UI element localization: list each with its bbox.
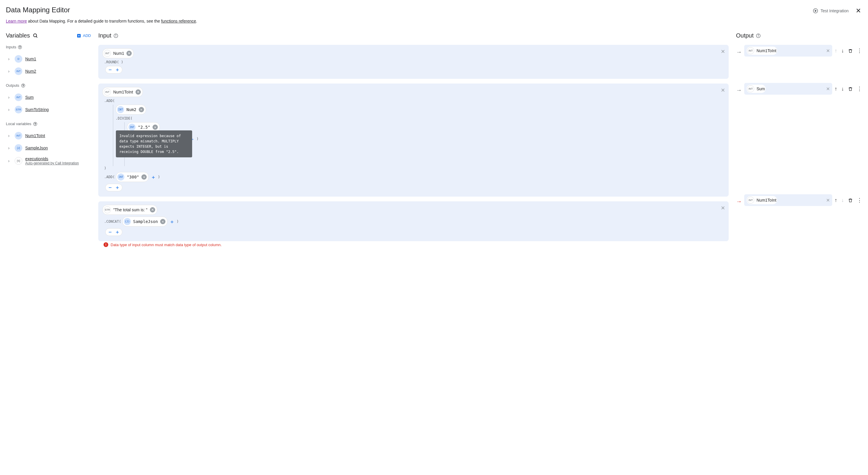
add-variable-button[interactable]: ADD: [76, 33, 91, 38]
output-row: → INT Num1ToInt ✕ ↑ ↓ ⋮: [736, 194, 862, 206]
help-icon[interactable]: ?: [33, 122, 37, 126]
plus-button[interactable]: +: [150, 174, 157, 180]
function-round[interactable]: .ROUND( ): [104, 60, 724, 64]
add-remove-control: − +: [105, 228, 122, 236]
chevron-right-icon: ›: [6, 146, 12, 150]
search-icon[interactable]: [33, 33, 38, 38]
help-icon[interactable]: ?: [18, 45, 22, 49]
close-icon[interactable]: ✕: [721, 205, 725, 211]
input-card: ✕ INT Num1ToInt ✕ .ADD( INT Num2: [98, 83, 728, 197]
plus-box-icon: [76, 33, 81, 38]
type-badge: {J}: [15, 144, 22, 152]
variable-item-num1[interactable]: › D Num1: [6, 53, 91, 65]
literal-pill[interactable]: STR "The total sum is: " ✕: [102, 205, 157, 215]
chevron-right-icon: ›: [6, 95, 12, 100]
plus-button[interactable]: +: [116, 230, 119, 235]
output-pill[interactable]: INT Num1ToInt ✕: [744, 194, 832, 206]
more-icon[interactable]: ⋮: [857, 47, 862, 54]
variable-item-num1toint[interactable]: › INT Num1ToInt: [6, 130, 91, 142]
arrow-right-icon: →: [736, 87, 742, 94]
subtitle: Learn more about Data Mapping. For a det…: [6, 19, 862, 24]
pill-text: Num1ToInt: [756, 198, 776, 202]
type-badge: INT: [15, 94, 22, 101]
type-badge: [S]: [15, 157, 22, 165]
remove-icon[interactable]: ✕: [135, 89, 141, 95]
variable-pill[interactable]: {J} SampleJson ✕: [122, 216, 167, 227]
type-badge: INT: [104, 89, 111, 96]
minus-button[interactable]: −: [108, 185, 112, 190]
variable-pill[interactable]: INT Num1ToInt ✕: [102, 87, 143, 97]
error-icon: !: [103, 242, 108, 247]
move-down-icon[interactable]: ↓: [841, 86, 844, 92]
remove-icon[interactable]: ✕: [126, 51, 132, 56]
variable-pill[interactable]: INT Num2 ✕: [116, 105, 146, 114]
type-badge: INT: [15, 132, 22, 139]
pill-text: Num1ToInt: [113, 90, 133, 94]
remove-icon[interactable]: ✕: [150, 207, 155, 212]
close-icon[interactable]: ✕: [721, 48, 725, 55]
variable-name: Num2: [25, 69, 36, 73]
variable-item-num2[interactable]: › INT Num2: [6, 65, 91, 77]
literal-pill[interactable]: INT "300" ✕: [116, 172, 149, 182]
pill-text: Num1: [113, 51, 124, 56]
error-tooltip: Invalid expression because of data type …: [116, 130, 192, 157]
variable-item-sumtostring[interactable]: › STR SumToString: [6, 103, 91, 116]
move-down-icon: ↓: [841, 197, 844, 203]
remove-icon[interactable]: ✕: [160, 219, 165, 224]
plus-button[interactable]: +: [169, 218, 176, 225]
chevron-right-icon: ›: [6, 159, 12, 163]
function-add[interactable]: .ADD(: [104, 99, 724, 103]
input-card: ✕ INT Num1 ✕ .ROUND( ) − +: [98, 45, 728, 79]
close-icon[interactable]: ✕: [826, 48, 830, 54]
info-icon[interactable]: [756, 33, 761, 38]
page-title: Data Mapping Editor: [6, 6, 70, 14]
trash-icon[interactable]: [848, 48, 853, 54]
pill-text: SampleJson: [133, 219, 158, 224]
variable-name: SumToString: [25, 107, 49, 112]
output-pill[interactable]: INT Num1ToInt ✕: [744, 45, 832, 57]
functions-reference-link[interactable]: functions reference: [161, 19, 196, 24]
arrow-right-icon: →: [736, 198, 742, 205]
pill-text: "The total sum is: ": [113, 207, 148, 212]
plus-button[interactable]: +: [116, 67, 119, 72]
close-icon[interactable]: ✕: [826, 198, 830, 203]
type-badge: D: [15, 55, 22, 63]
minus-button[interactable]: −: [108, 230, 112, 235]
variable-item-sum[interactable]: › INT Sum: [6, 91, 91, 103]
more-icon[interactable]: ⋮: [857, 197, 862, 203]
test-integration-button[interactable]: Test Integration: [813, 8, 849, 13]
close-paren: ): [158, 175, 160, 179]
move-up-icon[interactable]: ↑: [835, 197, 837, 203]
svg-text:?: ?: [19, 46, 21, 48]
remove-icon[interactable]: ✕: [142, 174, 147, 180]
output-pill[interactable]: INT Sum ✕: [744, 83, 832, 95]
variable-item-samplejson[interactable]: › {J} SampleJson: [6, 142, 91, 154]
move-down-icon[interactable]: ↓: [841, 48, 844, 54]
plus-button[interactable]: +: [116, 185, 119, 190]
help-icon[interactable]: ?: [21, 83, 25, 88]
trash-icon[interactable]: [848, 197, 853, 203]
svg-text:?: ?: [34, 123, 36, 125]
close-icon[interactable]: ✕: [721, 87, 725, 94]
close-icon[interactable]: ✕: [826, 86, 830, 92]
variable-name: executionIds: [25, 157, 79, 161]
type-badge: INT: [104, 50, 111, 57]
type-badge: STR: [104, 206, 111, 213]
close-icon[interactable]: ✕: [855, 6, 862, 16]
more-icon[interactable]: ⋮: [857, 86, 862, 92]
function-add[interactable]: .ADD(: [104, 175, 115, 179]
function-divide[interactable]: .DIVIDE(: [116, 116, 724, 121]
trash-icon[interactable]: [848, 86, 853, 92]
remove-icon[interactable]: ✕: [139, 107, 144, 112]
function-concat[interactable]: .CONCAT(: [104, 219, 121, 224]
variable-item-executionids[interactable]: › [S] executionIds Auto-generated by Cal…: [6, 154, 91, 168]
test-integration-label: Test Integration: [820, 8, 849, 13]
remove-icon[interactable]: ✕: [153, 125, 158, 130]
learn-more-link[interactable]: Learn more: [6, 19, 27, 24]
move-up-icon[interactable]: ↑: [835, 86, 837, 92]
type-badge: INT: [117, 173, 124, 180]
variable-pill[interactable]: INT Num1 ✕: [102, 48, 134, 58]
minus-button[interactable]: −: [108, 67, 112, 72]
info-icon[interactable]: [114, 33, 118, 38]
input-column-header: Input: [98, 32, 728, 39]
